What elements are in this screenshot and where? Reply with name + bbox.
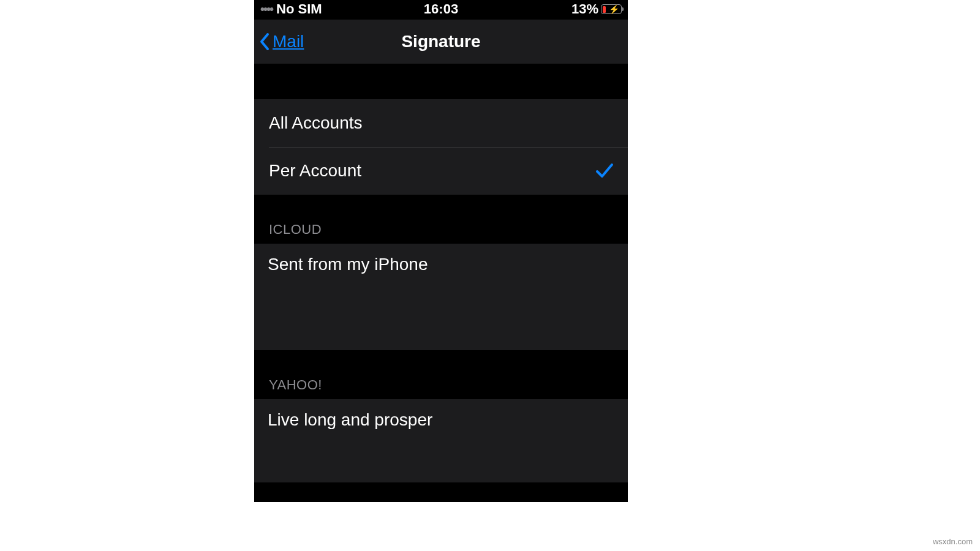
signature-field-icloud[interactable]: Sent from my iPhone (254, 244, 628, 350)
all-accounts-label: All Accounts (269, 113, 363, 133)
all-accounts-row[interactable]: All Accounts (254, 99, 628, 147)
scope-group: All Accounts Per Account (254, 99, 628, 195)
battery-icon: ⚡ (601, 4, 622, 14)
page-title: Signature (401, 32, 480, 51)
checkmark-icon (595, 162, 614, 180)
charging-bolt-icon: ⚡ (609, 4, 619, 14)
section-header-icloud: ICLOUD (254, 195, 628, 244)
back-button[interactable]: Mail (259, 32, 304, 51)
back-label: Mail (273, 32, 304, 51)
navigation-bar: Mail Signature (254, 20, 628, 64)
per-account-row[interactable]: Per Account (254, 147, 628, 195)
chevron-left-icon (259, 32, 270, 51)
carrier-label: No SIM (276, 1, 322, 17)
clock-label: 16:03 (424, 1, 458, 17)
signature-field-yahoo[interactable]: Live long and prosper (254, 399, 628, 482)
per-account-label: Per Account (269, 161, 361, 181)
battery-percent-label: 13% (571, 1, 598, 17)
phone-screen: •••• No SIM 16:03 13% ⚡ Mail (254, 0, 628, 502)
signal-dots-icon: •••• (260, 2, 273, 16)
section-header-yahoo: YAHOO! (254, 350, 628, 399)
spacer (254, 64, 628, 99)
status-bar: •••• No SIM 16:03 13% ⚡ (254, 0, 628, 20)
watermark-label: wsxdn.com (933, 537, 973, 546)
